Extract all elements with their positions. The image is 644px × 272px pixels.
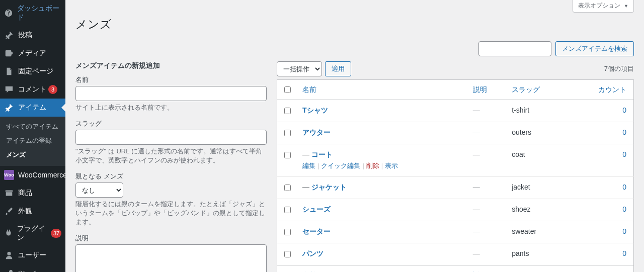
- media-icon: [4, 48, 14, 58]
- row-count-link[interactable]: 0: [622, 106, 626, 114]
- column-description-footer[interactable]: 説明: [468, 265, 507, 273]
- table-row: セーター—sweater0: [277, 221, 634, 243]
- column-name-footer[interactable]: 名前: [297, 265, 468, 273]
- search-button[interactable]: メンズアイテムを検索: [555, 41, 634, 56]
- column-slug-footer[interactable]: スラッグ: [507, 265, 569, 273]
- sidebar-item-media[interactable]: メディア: [0, 44, 65, 62]
- chevron-down-icon: ▼: [624, 4, 628, 9]
- screen-options-button[interactable]: 表示オプション ▼: [573, 0, 634, 13]
- row-checkbox[interactable]: [284, 207, 291, 213]
- sidebar-item-label: メディア: [18, 49, 46, 58]
- row-action-view[interactable]: 表示: [385, 162, 398, 169]
- row-action-delete[interactable]: 削除: [366, 162, 379, 169]
- name-input[interactable]: [75, 86, 267, 101]
- column-name[interactable]: 名前: [297, 80, 468, 100]
- row-count-link[interactable]: 0: [622, 227, 626, 235]
- admin-sidebar: ダッシュボード 投稿 メディア 固定ページ コメント 3 アイテム すべてのアイ…: [0, 0, 65, 272]
- bulk-apply-button[interactable]: 適用: [325, 61, 351, 76]
- row-description: —: [473, 205, 480, 213]
- description-label: 説明: [75, 234, 267, 243]
- pin-icon: [4, 103, 14, 113]
- row-checkbox[interactable]: [284, 185, 291, 191]
- sidebar-sub-add-item[interactable]: アイテムの登録: [0, 134, 65, 148]
- search-input[interactable]: [478, 41, 551, 56]
- sidebar-item-dashboard[interactable]: ダッシュボード: [0, 0, 65, 26]
- sidebar-item-appearance[interactable]: 外観: [0, 202, 65, 220]
- table-row: — コート編集|クイック編集|削除|表示—coat0: [277, 144, 634, 177]
- row-slug: pants: [507, 243, 569, 265]
- user-icon: [4, 250, 14, 260]
- slug-input[interactable]: [75, 130, 267, 145]
- sidebar-item-label: 投稿: [18, 31, 32, 40]
- row-checkbox[interactable]: [284, 130, 291, 136]
- row-description: —: [473, 183, 480, 191]
- screen-meta: 表示オプション ▼: [75, 0, 634, 13]
- row-action-edit[interactable]: 編集: [302, 162, 315, 169]
- row-slug: sweater: [507, 221, 569, 243]
- row-actions: 編集|クイック編集|削除|表示: [302, 161, 463, 170]
- row-title-link[interactable]: Tシャツ: [302, 106, 328, 114]
- column-count[interactable]: カウント: [569, 80, 634, 100]
- select-all-checkbox[interactable]: [284, 86, 291, 93]
- row-title-link[interactable]: セーター: [302, 227, 331, 235]
- row-description: —: [473, 150, 480, 158]
- wrench-icon: [4, 268, 14, 272]
- row-title-link[interactable]: ジャケット: [311, 183, 347, 191]
- row-count-link[interactable]: 0: [622, 249, 626, 257]
- sidebar-item-label: アイテム: [18, 103, 46, 112]
- sidebar-item-users[interactable]: ユーザー: [0, 246, 65, 264]
- screen-options-label: 表示オプション: [578, 2, 620, 9]
- sidebar-sub-all-items[interactable]: すべてのアイテム: [0, 120, 65, 134]
- comment-count-badge: 3: [48, 85, 57, 94]
- archive-icon: [4, 188, 14, 198]
- row-title-link[interactable]: アウター: [302, 128, 331, 136]
- dashboard-icon: [4, 8, 13, 18]
- row-count-link[interactable]: 0: [622, 183, 626, 191]
- row-slug: t-shirt: [507, 100, 569, 122]
- sidebar-submenu: すべてのアイテム アイテムの登録 メンズ: [0, 117, 65, 166]
- row-count-link[interactable]: 0: [622, 128, 626, 136]
- row-count-link[interactable]: 0: [622, 205, 626, 213]
- bulk-action-select[interactable]: 一括操作: [277, 61, 322, 76]
- parent-description: 階層化するには親のタームを指定します。たとえば「ジャズ」というタームを「ビバップ…: [75, 200, 267, 227]
- row-checkbox[interactable]: [284, 251, 291, 257]
- parent-select[interactable]: なし: [75, 183, 123, 198]
- row-title-link[interactable]: コート: [311, 150, 333, 158]
- row-title-link[interactable]: パンツ: [302, 249, 324, 257]
- name-label: 名前: [75, 75, 267, 84]
- row-checkbox[interactable]: [284, 108, 291, 114]
- row-slug: shoez: [507, 199, 569, 221]
- add-term-form: メンズアイテムの新規追加 名前 サイト上に表示される名前です。 スラッグ "スラ…: [75, 61, 267, 272]
- sidebar-item-comments[interactable]: コメント 3: [0, 80, 65, 99]
- row-count-link[interactable]: 0: [622, 150, 626, 158]
- sidebar-item-label: 外観: [18, 207, 32, 216]
- row-action-quick-edit[interactable]: クイック編集: [321, 162, 360, 169]
- row-description: —: [473, 249, 480, 257]
- row-prefix: —: [302, 150, 311, 158]
- row-checkbox[interactable]: [284, 152, 291, 158]
- column-count-footer[interactable]: カウント: [569, 265, 634, 273]
- sidebar-sub-mens[interactable]: メンズ: [0, 148, 65, 162]
- sidebar-item-woocommerce[interactable]: Woo WooCommerce: [0, 166, 65, 184]
- row-description: —: [473, 106, 480, 114]
- description-textarea[interactable]: [75, 244, 267, 272]
- slug-description: "スラッグ" は URL に適した形式の名前です。通常はすべて半角小文字で、英数…: [75, 147, 267, 165]
- plugin-update-badge: 37: [51, 229, 61, 238]
- row-slug: coat: [507, 144, 569, 177]
- sidebar-item-posts[interactable]: 投稿: [0, 26, 65, 44]
- sidebar-item-pages[interactable]: 固定ページ: [0, 62, 65, 80]
- row-title-link[interactable]: シューズ: [302, 205, 331, 213]
- brush-icon: [4, 206, 14, 216]
- sidebar-item-products[interactable]: 商品: [0, 184, 65, 202]
- sidebar-item-plugins[interactable]: プラグイン 37: [0, 220, 65, 246]
- table-row: — ジャケット—jacket0: [277, 177, 634, 199]
- column-slug[interactable]: スラッグ: [507, 80, 569, 100]
- sidebar-item-label: ダッシュボード: [17, 4, 61, 22]
- sidebar-item-label: プラグイン: [17, 224, 49, 242]
- row-checkbox[interactable]: [284, 229, 291, 235]
- sidebar-item-items[interactable]: アイテム: [0, 99, 65, 117]
- sidebar-item-tools[interactable]: ツール: [0, 264, 65, 272]
- sidebar-item-label: 固定ページ: [18, 67, 53, 76]
- sidebar-item-label: コメント: [18, 85, 46, 94]
- column-description[interactable]: 説明: [468, 80, 507, 100]
